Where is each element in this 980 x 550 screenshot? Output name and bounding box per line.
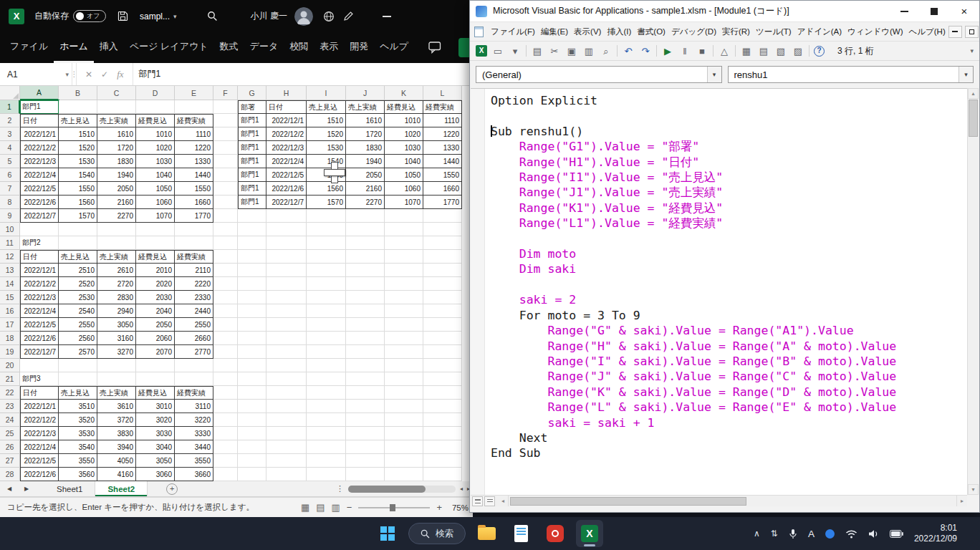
- cell-G6[interactable]: 部門1: [238, 168, 266, 182]
- cell-B1[interactable]: [59, 100, 97, 114]
- cell-J1[interactable]: 売上実績: [346, 100, 385, 114]
- cell-F19[interactable]: [213, 345, 238, 359]
- cell-K3[interactable]: 1020: [385, 127, 423, 141]
- cell-I27[interactable]: [307, 454, 346, 468]
- code-line-5[interactable]: Range("H1").Value = "日付": [491, 155, 896, 170]
- cell-I2[interactable]: 1510: [307, 114, 346, 127]
- document-app-icon[interactable]: [507, 520, 534, 547]
- scroll-left-icon[interactable]: ◂: [498, 496, 509, 506]
- cell-A19[interactable]: 2022/12/7: [20, 345, 59, 359]
- cell-E8[interactable]: 1660: [175, 196, 213, 209]
- cell-K26[interactable]: [385, 440, 423, 454]
- namebox-splitter[interactable]: ⋮: [72, 63, 77, 85]
- cell-H13[interactable]: [266, 264, 307, 277]
- cell-H6[interactable]: 2022/12/5: [266, 168, 307, 182]
- cell-B25[interactable]: 3530: [59, 427, 97, 440]
- cell-H23[interactable]: [266, 400, 307, 413]
- cell-L2[interactable]: 1110: [423, 114, 462, 127]
- cell-D12[interactable]: 経費見込: [136, 250, 175, 264]
- cell-H19[interactable]: [266, 345, 307, 359]
- reset-icon[interactable]: ■: [696, 47, 708, 56]
- updown-arrows-icon[interactable]: ⇅: [771, 529, 778, 539]
- cell-F24[interactable]: [213, 413, 238, 427]
- cell-A18[interactable]: 2022/12/6: [20, 332, 59, 345]
- cell-A3[interactable]: 2022/12/1: [20, 127, 59, 141]
- cell-C26[interactable]: 3940: [97, 440, 136, 454]
- row-header-22[interactable]: 22: [0, 386, 20, 400]
- cell-C6[interactable]: 1940: [97, 168, 136, 182]
- cell-B7[interactable]: 1550: [59, 182, 97, 196]
- cell-D11[interactable]: [136, 236, 175, 250]
- cell-B28[interactable]: 3560: [59, 468, 97, 481]
- row-header-4[interactable]: 4: [0, 141, 20, 155]
- battery-icon[interactable]: [890, 530, 903, 538]
- cell-K22[interactable]: [385, 386, 423, 400]
- cell-E15[interactable]: 2330: [175, 291, 213, 304]
- cell-E25[interactable]: 3330: [175, 427, 213, 440]
- cell-A24[interactable]: 2022/12/2: [20, 413, 59, 427]
- cell-C10[interactable]: [97, 223, 136, 236]
- normal-view-icon[interactable]: ▦: [301, 502, 309, 513]
- cell-F6[interactable]: [213, 168, 238, 182]
- file-explorer-icon[interactable]: [473, 520, 500, 547]
- cell-C4[interactable]: 1720: [97, 141, 136, 155]
- cell-H17[interactable]: [266, 318, 307, 332]
- cell-G17[interactable]: [238, 318, 266, 332]
- menu-アドイン(A)[interactable]: アドイン(A): [794, 25, 845, 39]
- cell-H16[interactable]: [266, 304, 307, 318]
- cell-J7[interactable]: 2160: [346, 182, 385, 196]
- cell-H28[interactable]: [266, 468, 307, 481]
- cell-L10[interactable]: [423, 223, 462, 236]
- col-header-J[interactable]: J: [346, 86, 385, 100]
- cell-H7[interactable]: 2022/12/6: [266, 182, 307, 196]
- view-host-excel-icon[interactable]: X: [476, 45, 487, 57]
- row-header-21[interactable]: 21: [0, 372, 20, 386]
- account-menu[interactable]: 小川 慶一: [251, 7, 313, 26]
- cell-B23[interactable]: 3510: [59, 400, 97, 413]
- cell-D25[interactable]: 3030: [136, 427, 175, 440]
- cell-G26[interactable]: [238, 440, 266, 454]
- cell-G19[interactable]: [238, 345, 266, 359]
- cell-A1[interactable]: 部門1: [20, 100, 59, 114]
- cell-E27[interactable]: 3550: [175, 454, 213, 468]
- ribbon-tab-数式[interactable]: 数式: [214, 32, 244, 63]
- cell-F15[interactable]: [213, 291, 238, 304]
- cell-F4[interactable]: [213, 141, 238, 155]
- pen-icon[interactable]: [343, 11, 354, 21]
- cut-icon[interactable]: ✂: [548, 47, 561, 56]
- cell-D23[interactable]: 3010: [136, 400, 175, 413]
- col-header-D[interactable]: D: [136, 86, 175, 100]
- vba-close-button[interactable]: ×: [949, 1, 979, 21]
- help-icon[interactable]: ?: [814, 46, 825, 57]
- cell-K24[interactable]: [385, 413, 423, 427]
- cell-A7[interactable]: 2022/12/5: [20, 182, 59, 196]
- row-header-15[interactable]: 15: [0, 291, 20, 304]
- cell-J16[interactable]: [346, 304, 385, 318]
- cell-B22[interactable]: 売上見込: [59, 386, 97, 400]
- cell-D13[interactable]: 2010: [136, 264, 175, 277]
- cell-E4[interactable]: 1220: [175, 141, 213, 155]
- autosave-toggle[interactable]: 自動保存 オフ: [34, 10, 106, 22]
- cell-G24[interactable]: [238, 413, 266, 427]
- cell-H27[interactable]: [266, 454, 307, 468]
- cell-C28[interactable]: 4160: [97, 468, 136, 481]
- cell-B5[interactable]: 1530: [59, 155, 97, 168]
- horizontal-scrollbar-thumb[interactable]: [510, 497, 746, 506]
- cell-D18[interactable]: 2060: [136, 332, 175, 345]
- code-line-12[interactable]: Dim saki: [491, 261, 896, 276]
- cell-K17[interactable]: [385, 318, 423, 332]
- cell-K21[interactable]: [385, 372, 423, 386]
- cell-L26[interactable]: [423, 440, 462, 454]
- cell-G1[interactable]: 部署: [238, 100, 266, 114]
- cell-C20[interactable]: [97, 359, 136, 372]
- cell-F2[interactable]: [213, 114, 238, 127]
- cell-B19[interactable]: 2570: [59, 345, 97, 359]
- cell-J2[interactable]: 1610: [346, 114, 385, 127]
- cell-L27[interactable]: [423, 454, 462, 468]
- cell-D7[interactable]: 1050: [136, 182, 175, 196]
- cell-B10[interactable]: [59, 223, 97, 236]
- cell-E16[interactable]: 2440: [175, 304, 213, 318]
- cell-C13[interactable]: 2610: [97, 264, 136, 277]
- cell-B20[interactable]: [59, 359, 97, 372]
- cell-L22[interactable]: [423, 386, 462, 400]
